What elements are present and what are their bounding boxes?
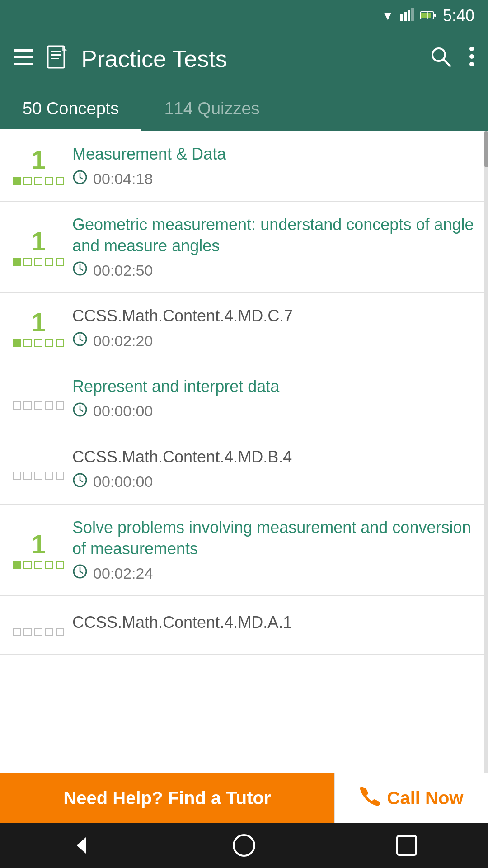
dot-4 [45,628,53,636]
list-item[interactable]: Represent and interpret data 00:00:00 [0,363,488,434]
svg-line-16 [444,60,450,66]
score-number: 1 [31,531,46,557]
phone-icon [360,786,380,810]
time-value: 00:02:50 [93,262,153,279]
score-number: 1 [31,228,46,255]
dot-3 [34,401,42,410]
item-score: 1 [14,147,63,185]
call-now-button[interactable]: Call Now [334,773,488,823]
item-title: Geometric measurement: understand concep… [72,214,474,257]
battery-icon [420,9,436,23]
home-button[interactable] [226,827,262,863]
svg-rect-5 [421,13,431,18]
time-value: 00:00:00 [93,473,153,491]
tab-bar: 50 Concepts 114 Quizzes [0,86,488,131]
bottom-banner: Need Help? Find a Tutor Call Now [0,773,488,823]
dot-1 [13,258,21,266]
svg-rect-13 [51,54,61,56]
list-item[interactable]: CCSS.Math.Content.4.MD.B.4 00:00:00 [0,434,488,505]
status-icons: ▼ 5:40 [381,6,474,25]
list-item[interactable]: 1 Solve problems involving measurement a… [0,505,488,596]
score-dots [13,401,64,410]
dot-1 [13,339,21,347]
list-item[interactable]: 1 CCSS.Math.Content.4.MD.C.7 00 [0,293,488,363]
dot-4 [45,258,53,266]
recent-button[interactable] [389,827,425,863]
recent-square [396,835,417,856]
svg-rect-3 [411,8,414,21]
item-time: 00:00:00 [72,472,474,491]
dot-2 [23,561,32,569]
clock-icon [72,564,88,583]
time-value: 00:00:00 [93,402,153,420]
item-content: CCSS.Math.Content.4.MD.B.4 00:00:00 [63,447,474,491]
svg-line-31 [80,410,83,411]
item-title: CCSS.Math.Content.4.MD.C.7 [72,306,474,327]
item-title: Measurement & Data [72,144,474,165]
menu-icon[interactable] [14,49,33,69]
tab-quizzes[interactable]: 114 Quizzes [141,86,282,131]
item-score: 1 [14,228,63,266]
item-title: Solve problems involving measurement and… [72,517,474,560]
list-item[interactable]: 1 Geometric measurement: understand conc… [0,202,488,293]
find-tutor-label: Need Help? Find a Tutor [63,788,271,808]
dot-1 [13,401,21,410]
time-value: 00:02:20 [93,332,153,350]
dot-1 [13,177,21,185]
list-item[interactable]: 1 Measurement & Data 00:04:18 [0,131,488,202]
time-value: 00:04:18 [93,170,153,188]
search-icon[interactable] [430,46,451,72]
more-icon[interactable] [469,46,474,72]
item-title: CCSS.Math.Content.4.MD.B.4 [72,447,474,468]
item-score [14,388,63,410]
item-content: Measurement & Data 00:04:18 [63,144,474,189]
svg-point-19 [469,62,474,66]
svg-line-25 [80,269,83,270]
dot-4 [45,177,53,185]
list-item[interactable]: CCSS.Math.Content.4.MD.A.1 [0,596,488,655]
svg-rect-9 [14,56,33,58]
call-now-label: Call Now [387,788,464,808]
dot-4 [45,401,53,410]
doc-icon [47,45,68,73]
dot-3 [34,177,42,185]
svg-line-34 [80,480,83,482]
back-button[interactable] [63,827,99,863]
item-score [14,614,63,636]
score-number: 1 [31,309,46,335]
dot-3 [34,339,42,347]
scrollbar[interactable] [484,131,488,773]
item-content: CCSS.Math.Content.4.MD.C.7 00:02:20 [63,306,474,350]
svg-line-37 [80,571,83,573]
clock-icon [72,331,88,350]
clock-icon [72,472,88,491]
svg-marker-38 [77,837,86,854]
tab-concepts[interactable]: 50 Concepts [0,86,141,131]
item-content: Represent and interpret data 00:00:00 [63,376,474,421]
item-time: 00:00:00 [72,402,474,421]
item-title: CCSS.Math.Content.4.MD.A.1 [72,612,474,633]
find-tutor-button[interactable]: Need Help? Find a Tutor [0,773,334,823]
svg-rect-12 [51,51,61,52]
score-dots [13,177,64,185]
tab-concepts-label: 50 Concepts [23,99,119,118]
svg-line-28 [80,339,83,341]
dot-4 [45,561,53,569]
item-content: Geometric measurement: understand concep… [63,214,474,280]
item-title: Represent and interpret data [72,376,474,397]
app-title: Practice Tests [81,45,421,72]
svg-rect-14 [51,58,59,59]
item-score: 1 [14,309,63,347]
signal-icon [400,8,414,24]
svg-rect-6 [434,14,436,17]
scrollbar-thumb[interactable] [484,131,488,167]
dot-2 [23,258,32,266]
dot-1 [13,561,21,569]
clock-icon [72,170,88,189]
dot-2 [23,401,32,410]
item-score: 1 [14,531,63,569]
dot-1 [13,628,21,636]
home-circle [233,834,255,857]
clock-icon [72,402,88,421]
time-value: 00:02:24 [93,565,153,582]
